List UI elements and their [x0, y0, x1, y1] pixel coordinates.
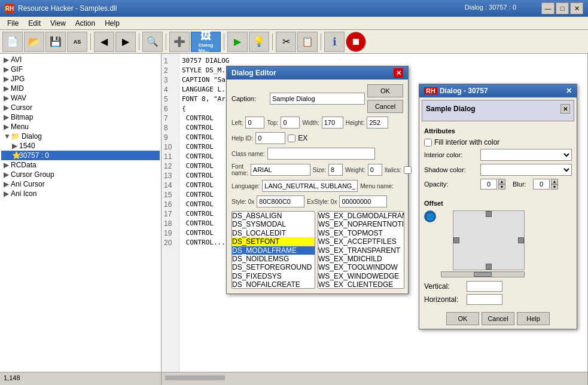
- menu-view[interactable]: View: [45, 18, 71, 29]
- attr-close-button[interactable]: ✕: [566, 87, 572, 95]
- exstyle-list[interactable]: WS_EX_DLGMODALFRAM... WS_EX_NOPARENTNOTI…: [318, 211, 404, 289]
- opacity-input[interactable]: [480, 179, 497, 190]
- run-button[interactable]: ▶: [227, 32, 248, 52]
- offset-section-title: Offset: [424, 200, 572, 207]
- toolbar: 📄 📂 💾 AS ◀ ▶ 🔍 ➕ 🖼 DialogMe... ▶ 💡 ✂ 📋 ℹ…: [0, 30, 588, 54]
- caption-input[interactable]: [270, 93, 365, 105]
- weight-input[interactable]: [368, 164, 382, 176]
- attr-panel-title: RH Dialog - 30757 ✕: [419, 84, 577, 97]
- vertical-input[interactable]: [467, 281, 502, 292]
- forward-button[interactable]: ▶: [115, 32, 136, 52]
- offset-canvas: [453, 210, 525, 270]
- size-input[interactable]: [328, 164, 343, 176]
- language-input[interactable]: [262, 180, 358, 192]
- class-name-input[interactable]: [267, 148, 375, 160]
- offset-handle-right[interactable]: [518, 237, 524, 243]
- exstyle-noparentnotii: WS_EX_NOPARENTNOTII: [318, 220, 404, 228]
- style-list[interactable]: DS_ABSALIGN DS_SYSMODAL DS_LOCALEDIT DS_…: [231, 211, 315, 289]
- maximize-button[interactable]: □: [556, 2, 569, 14]
- back-button[interactable]: ◀: [94, 32, 114, 52]
- italics-checkbox[interactable]: [404, 166, 412, 174]
- copy-button[interactable]: 📋: [297, 32, 318, 52]
- width-input[interactable]: [322, 117, 343, 129]
- attributes-panel: RH Dialog - 30757 ✕ Sample Dialog ✕ Attr…: [419, 84, 577, 329]
- tree-item-ani-icon[interactable]: ▶Ani Icon: [1, 189, 160, 198]
- ex-checkbox[interactable]: [288, 135, 295, 142]
- tree-item-cursor[interactable]: ▶Cursor: [1, 103, 160, 112]
- blur-up[interactable]: ▲: [551, 179, 558, 184]
- save-as-button[interactable]: AS: [67, 32, 87, 52]
- interior-color-select[interactable]: [480, 149, 572, 161]
- find-button[interactable]: 🔍: [142, 32, 163, 52]
- height-input[interactable]: [367, 117, 388, 129]
- tree-item-avi[interactable]: ▶AVI: [1, 55, 160, 65]
- dialog-editor-close[interactable]: ✕: [394, 68, 403, 78]
- left-input[interactable]: [245, 117, 264, 129]
- offset-handle-top[interactable]: [486, 211, 492, 217]
- shadow-color-select[interactable]: [480, 164, 572, 176]
- tree-item-gif[interactable]: ▶GIF: [1, 65, 160, 74]
- menu-help[interactable]: Help: [100, 18, 124, 29]
- tree-item-1540[interactable]: ▶1540: [1, 141, 160, 151]
- menu-edit[interactable]: Edit: [23, 18, 45, 29]
- dialog-menu-button[interactable]: 🖼 DialogMe...: [191, 32, 221, 52]
- horizontal-input[interactable]: [467, 294, 502, 305]
- stop-button[interactable]: ⏹: [346, 32, 366, 52]
- dialog-editor: Dialog Editor ✕ Caption: OK Cancel Left:…: [226, 66, 409, 294]
- class-name-row: Class name:: [231, 148, 403, 160]
- tree-item-bitmap[interactable]: ▶Bitmap: [1, 112, 160, 122]
- opacity-up[interactable]: ▲: [498, 179, 505, 184]
- vertical-row: Vertical:: [424, 281, 572, 292]
- tree-item-ani-cursor[interactable]: ▶Ani Cursor: [1, 179, 160, 189]
- tree-item-cursor-group[interactable]: ▶Cursor Group: [1, 170, 160, 179]
- ex-label: EX: [298, 134, 307, 142]
- dialog-editor-title: Dialog Editor ✕: [227, 66, 408, 80]
- top-input[interactable]: [281, 117, 300, 129]
- toolbar-sep-2: [139, 33, 139, 50]
- attr-cancel-button[interactable]: Cancel: [482, 312, 514, 325]
- info-button[interactable]: 💡: [249, 32, 269, 52]
- attr-help-button[interactable]: Help: [517, 312, 550, 325]
- fill-interior-checkbox[interactable]: [424, 139, 432, 146]
- new-button[interactable]: 📄: [2, 32, 23, 52]
- tree-item-30757[interactable]: ⭐30757 : 0: [1, 151, 160, 160]
- toolbar-sep-5: [272, 33, 273, 50]
- minimize-button[interactable]: —: [541, 2, 555, 14]
- offset-handle-bottom[interactable]: [486, 264, 492, 270]
- sample-dialog-close[interactable]: ✕: [560, 104, 570, 114]
- close-button[interactable]: ✕: [570, 2, 583, 14]
- ok-button[interactable]: OK: [367, 84, 403, 97]
- style-ds-nofailcreate: DS_NOFAILCREATE: [232, 280, 315, 289]
- resource-tree[interactable]: ▶AVI ▶GIF ▶JPG ▶MID ▶WAV ▶Cursor ▶Bitmap…: [0, 54, 161, 372]
- info2-button[interactable]: ℹ: [324, 32, 345, 52]
- tree-item-menu[interactable]: ▶Menu: [1, 122, 160, 132]
- open-button[interactable]: 📂: [24, 32, 44, 52]
- menu-file[interactable]: File: [2, 18, 23, 29]
- cut-button[interactable]: ✂: [276, 32, 296, 52]
- menu-action[interactable]: Action: [71, 18, 100, 29]
- offset-handle-left[interactable]: [453, 237, 459, 243]
- cancel-button[interactable]: Cancel: [367, 100, 403, 113]
- help-id-input[interactable]: [255, 132, 285, 144]
- add-button[interactable]: ➕: [169, 32, 190, 52]
- interior-color-label: Interior color:: [424, 151, 478, 158]
- opacity-down[interactable]: ▼: [498, 184, 505, 190]
- attr-panel-buttons: OK Cancel Help: [419, 308, 577, 329]
- toolbar-sep-3: [166, 33, 166, 50]
- style-input[interactable]: [257, 195, 304, 207]
- font-name-input[interactable]: [251, 164, 310, 176]
- exstyle-dlgmodalframe: WS_EX_DLGMODALFRAM...: [318, 212, 404, 220]
- opacity-row: Opacity: ▲ ▼ Blur: ▲ ▼: [424, 179, 572, 190]
- exstyle-input[interactable]: [339, 195, 387, 207]
- style-label: Style: 0x: [231, 198, 254, 205]
- blur-down[interactable]: ▼: [551, 184, 558, 190]
- blur-input[interactable]: [533, 179, 550, 190]
- attr-ok-button[interactable]: OK: [446, 312, 479, 325]
- tree-item-rcdata[interactable]: ▶RCData: [1, 160, 160, 170]
- tree-item-dialog[interactable]: ▼ 📁Dialog: [1, 132, 160, 141]
- tree-item-jpg[interactable]: ▶JPG: [1, 74, 160, 84]
- tree-item-wav[interactable]: ▶WAV: [1, 93, 160, 103]
- save-button[interactable]: 💾: [45, 32, 66, 52]
- window-controls: — □ ✕: [541, 2, 583, 14]
- tree-item-mid[interactable]: ▶MID: [1, 84, 160, 93]
